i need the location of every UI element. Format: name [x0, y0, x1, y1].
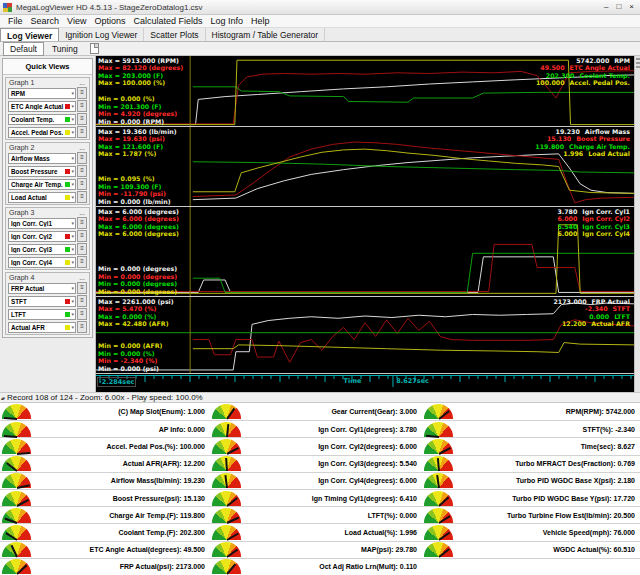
graph-options-button[interactable]: ... — [78, 145, 86, 151]
cursor-value-channel: Ign Corr. Cyl4 — [582, 230, 630, 237]
gauge-channel-name: Time(sec) — [581, 443, 614, 450]
channel-menu-button[interactable]: ≡ — [77, 126, 87, 138]
min-label: Min = 201.300 (F) — [98, 103, 177, 110]
channel-select-rpm[interactable]: RPM▾ — [8, 88, 76, 99]
quick-views-panel: Quick Views Graph 1...RPM▾≡ETC Angle Act… — [2, 58, 93, 338]
cursor-value: 6.000Ign Corr. Cyl4 — [557, 230, 630, 237]
min-label: Min = 0.000 (lb/min) — [98, 198, 171, 205]
view-tab-default[interactable]: Default — [3, 42, 44, 56]
menu-item-log-info[interactable]: Log Info — [206, 16, 247, 26]
status-bar: ▴▾ Record 108 of 124 - Zoom: 6.00x - Pla… — [0, 392, 640, 403]
menu-item-search[interactable]: Search — [27, 16, 64, 26]
channel-select-boost-pressure[interactable]: Boost Pressure▾ — [8, 166, 76, 177]
channel-select-ign-corr-cyl2[interactable]: Ign Corr. Cyl2▾ — [8, 231, 76, 242]
menu-item-options[interactable]: Options — [90, 16, 129, 26]
channel-menu-button[interactable]: ≡ — [77, 256, 87, 268]
gauge-dial-ltft- — [212, 508, 241, 523]
graph-options-button[interactable]: ... — [78, 80, 86, 86]
channel-select-airflow-mass[interactable]: Airflow Mass▾ — [8, 153, 76, 164]
graph-pane-1[interactable]: Max = 5913.000 (RPM)Max = 82.120 (degree… — [96, 56, 634, 127]
gauge-needle — [438, 447, 450, 455]
tab-ignition-log-viewer[interactable]: Ignition Log Viewer — [59, 28, 144, 41]
channel-menu-button[interactable]: ≡ — [77, 282, 87, 294]
minimize-icon[interactable]: – — [604, 2, 608, 12]
graph-options-button[interactable]: ... — [78, 275, 86, 281]
channel-select-ign-corr-cyl1[interactable]: Ign Corr. Cyl1▾ — [8, 218, 76, 229]
gauge-needle — [226, 549, 238, 558]
gauge-label-cell: RPM(RPM): 5742.000 — [456, 403, 640, 420]
tab-log-viewer[interactable]: Log Viewer — [0, 28, 59, 41]
channel-menu-button[interactable]: ≡ — [77, 321, 87, 333]
gauge-needle — [16, 499, 28, 507]
channel-menu-button[interactable]: ≡ — [77, 217, 87, 229]
gauge-dial-airflow-mass-lb-min- — [2, 473, 31, 488]
channel-select-etc-angle-actual[interactable]: ETC Angle Actual▾ — [8, 101, 76, 112]
channel-menu-button[interactable]: ≡ — [77, 178, 87, 190]
channel-menu-button[interactable]: ≡ — [77, 165, 87, 177]
channel-menu-button[interactable]: ≡ — [77, 295, 87, 307]
channel-menu-button[interactable]: ≡ — [77, 87, 87, 99]
gauge-channel-name: RPM(RPM) — [566, 408, 602, 415]
close-icon[interactable]: × — [629, 2, 634, 12]
menu-item-calculated-fields[interactable]: Calculated Fields — [129, 16, 206, 26]
min-label: Min = 0.000 (degrees) — [98, 273, 177, 280]
gauge-value: 60.510 — [614, 546, 635, 553]
gauge-cell — [422, 523, 456, 540]
gauge-cell — [422, 403, 456, 420]
menu-item-help[interactable]: Help — [247, 16, 274, 26]
channel-menu-button[interactable]: ≡ — [77, 113, 87, 125]
cursor-value: 15.130Boost Pressure — [535, 135, 630, 142]
trace-actual-afr — [193, 343, 634, 353]
channel-menu-button[interactable]: ≡ — [77, 243, 87, 255]
chevron-down-icon: ▾ — [71, 91, 74, 96]
channel-menu-button[interactable]: ≡ — [77, 100, 87, 112]
max-label: Max = 1.787 (%) — [98, 150, 177, 157]
gauge-value: 12.200 — [184, 460, 205, 467]
maximize-icon[interactable]: □ — [616, 2, 621, 12]
channel-menu-button[interactable]: ≡ — [77, 308, 87, 320]
cursor-value: 5.540Ign Corr. Cyl3 — [557, 223, 630, 230]
graph-pane-4[interactable]: Max = 2261.000 (psi)Max = 5.470 (%)Max =… — [96, 297, 634, 374]
channel-menu-button[interactable]: ≡ — [77, 230, 87, 242]
channel-select-coolant-temp-[interactable]: Coolant Temp.▾ — [8, 114, 76, 125]
channel-select-ign-corr-cyl3[interactable]: Ign Corr. Cyl3▾ — [8, 244, 76, 255]
channel-select-accel-pedal-pos-[interactable]: Accel. Pedal Pos.▾ — [8, 127, 76, 138]
graph-pane-3[interactable]: Max = 6.000 (degrees)Max = 6.000 (degree… — [96, 207, 634, 297]
gauge-channel-name: Ign Timing Cyl1(degrees) — [312, 495, 396, 502]
menu-item-view[interactable]: View — [63, 16, 90, 26]
splitter-handle[interactable]: ▴▾ — [1, 395, 4, 401]
channel-select-stft[interactable]: STFT▾ — [8, 296, 76, 307]
channel-select-actual-afr[interactable]: Actual AFR▾ — [8, 322, 76, 333]
view-tab-tuning[interactable]: Tuning — [46, 43, 84, 55]
menu-item-file[interactable]: File — [4, 16, 27, 26]
max-label: Max = 5913.000 (RPM) — [98, 57, 183, 64]
channel-select-frp-actual[interactable]: FRP Actual▾ — [8, 283, 76, 294]
channel-select-ltft[interactable]: LTFT▾ — [8, 309, 76, 320]
tab-histogram-table-generator[interactable]: Histogram / Table Generator — [206, 28, 326, 41]
gauge-needle — [226, 564, 236, 575]
cursor-value-channel: STFT — [613, 305, 630, 312]
channel-select-ign-corr-cyl4[interactable]: Ign Corr. Cyl4▾ — [8, 257, 76, 268]
time-axis[interactable]: -2.284secTime8.627sec — [96, 374, 634, 388]
channel-menu-button[interactable]: ≡ — [77, 152, 87, 164]
gauge-channel-name: Ign Corr. Cyl4(degrees) — [318, 477, 395, 484]
channel-name: RPM — [11, 90, 65, 97]
add-view-icon[interactable] — [90, 43, 99, 54]
gauge-value: 0.000 — [399, 512, 417, 519]
channel-name: Load Actual — [11, 194, 65, 201]
channel-select-load-actual[interactable]: Load Actual▾ — [8, 192, 76, 203]
tab-scatter-plots[interactable]: Scatter Plots — [144, 28, 205, 41]
channel-menu-button[interactable]: ≡ — [77, 191, 87, 203]
title-bar[interactable]: MegaLogViewer HD 4.5.13 - StageZeroDatal… — [0, 0, 640, 15]
channel-select-charge-air-temp-[interactable]: Charge Air Temp.▾ — [8, 179, 76, 190]
gauge-label-cell: Turbo Turbine Flow Est(lb/min): 20.500 — [456, 506, 640, 523]
graph-scroll-strip[interactable] — [634, 56, 640, 392]
max-label: Max = 121.600 (F) — [98, 143, 177, 150]
gauge-label: MAP(psi): 29.780 — [361, 546, 417, 553]
gauge-value: 6.000 — [399, 443, 417, 450]
graph-pane-2[interactable]: Max = 19.360 (lb/min)Max = 19.630 (psi)M… — [96, 127, 634, 207]
graph-options-button[interactable]: ... — [78, 210, 86, 216]
cursor-value: 2173.000FRP Actual — [553, 298, 630, 305]
cursor-value-channel: Coolant Temp. — [579, 72, 630, 79]
window-title: MegaLogViewer HD 4.5.13 - StageZeroDatal… — [16, 3, 604, 12]
